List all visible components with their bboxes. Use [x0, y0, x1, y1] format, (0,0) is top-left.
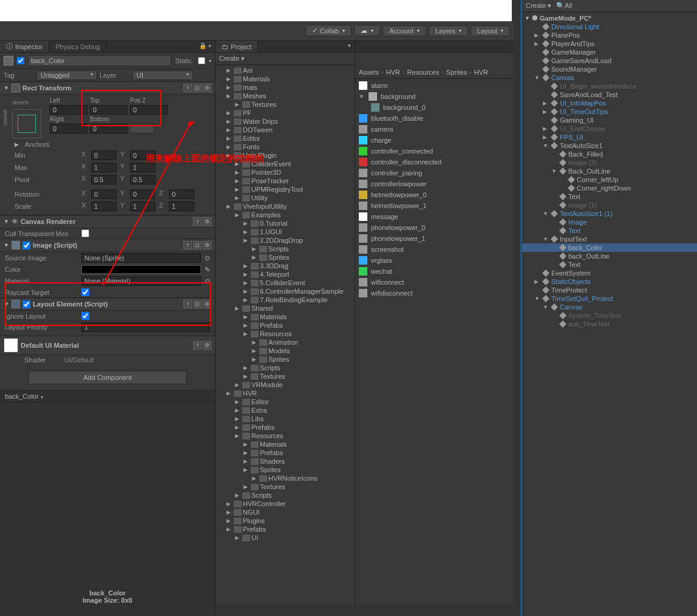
folder-item[interactable]: ▶Scripts [216, 245, 355, 253]
scale-x[interactable] [91, 201, 117, 211]
foldout-icon[interactable]: ▶ [243, 263, 250, 269]
foldout-icon[interactable]: ▼ [543, 211, 549, 217]
scene-root[interactable]: ▼ ⬢ GameMode_PC* [522, 13, 697, 22]
folder-item[interactable]: ▶NGUI [216, 508, 355, 516]
breadcrumb-item[interactable]: Assets [359, 69, 379, 76]
foldout-icon[interactable]: ▶ [243, 467, 250, 473]
folder-item[interactable]: ▶Prefabs [216, 423, 355, 432]
foldout-icon[interactable]: ▶ [226, 526, 233, 532]
foldout-icon[interactable]: ▶ [243, 331, 250, 337]
tag-dropdown[interactable]: Untagged [36, 70, 97, 80]
foldout-icon[interactable]: ▶ [243, 220, 250, 226]
breadcrumb-item[interactable]: HVR [386, 69, 400, 76]
folder-item[interactable]: ▶UI [216, 533, 355, 542]
hierarchy-item[interactable]: SoundManager [522, 65, 697, 73]
hierarchy-item[interactable]: Corner_leftUp [522, 175, 697, 184]
foldout-icon[interactable]: ▶ [243, 322, 250, 328]
foldout-icon[interactable]: ▶ [252, 356, 258, 362]
layer-dropdown[interactable]: UI [132, 70, 193, 80]
foldout-icon[interactable]: ▶ [226, 93, 233, 99]
folder-item[interactable]: ▶Prefabs [216, 448, 355, 457]
top-field[interactable] [90, 105, 127, 115]
asset-item[interactable]: controllerlowpower [355, 178, 514, 189]
layers-button[interactable]: Layers [429, 25, 468, 36]
preview-header[interactable]: back_Color ▾ [0, 390, 215, 402]
left-field[interactable] [50, 105, 87, 115]
foldout-icon[interactable]: ▼ [534, 75, 540, 81]
foldout-icon[interactable]: ▶ [243, 297, 250, 303]
rot-y[interactable] [130, 189, 155, 199]
foldout-icon[interactable]: ▶ [243, 280, 250, 286]
lock-icon[interactable]: 🔒 ▾ [195, 41, 215, 52]
static-checkbox[interactable] [198, 57, 205, 64]
folder-item[interactable]: ▶Plugins [216, 516, 355, 525]
folder-item[interactable]: ▶Meshes [216, 92, 355, 100]
min-x[interactable] [91, 151, 117, 160]
folder-item[interactable]: ▶Prefabs [216, 321, 355, 330]
foldout-icon[interactable]: ▶ [534, 32, 540, 38]
layout-enabled-checkbox[interactable] [22, 300, 30, 308]
breadcrumb-item[interactable]: HVR [474, 69, 488, 76]
foldout-icon[interactable]: ▶ [235, 382, 241, 388]
tab-physics-debug[interactable]: Physics Debug [49, 41, 106, 52]
hierarchy-search[interactable]: 🔍All [556, 2, 572, 10]
gear-icon[interactable]: ⚙ [203, 84, 211, 92]
folder-item[interactable]: ▶Sprites [216, 253, 355, 262]
folder-item[interactable]: ▶HVRNoticeIcons [216, 474, 355, 482]
hierarchy-item[interactable]: ▶FPS_UI [522, 133, 697, 141]
asset-item[interactable]: alarm [355, 80, 514, 91]
foldout-icon[interactable]: ▶ [235, 169, 241, 175]
folder-item[interactable]: ▶Water Drips [216, 117, 355, 126]
folder-item[interactable]: ▶UPMRegistryTool [216, 185, 355, 194]
foldout-icon[interactable]: ▶ [226, 67, 233, 73]
material-field[interactable]: None (Material) [81, 276, 201, 286]
foldout-icon[interactable]: ▶ [226, 110, 233, 116]
hierarchy-item[interactable]: ▼TextAutoSize1 (1) [522, 209, 697, 218]
foldout-icon[interactable]: ▶ [243, 441, 250, 447]
folder-item[interactable]: ▶4.Teleport [216, 270, 355, 279]
foldout-icon[interactable]: ▶ [243, 484, 250, 490]
rot-x[interactable] [91, 189, 117, 199]
posz-field[interactable] [130, 105, 168, 115]
picker-icon[interactable]: ⊙ [205, 254, 210, 262]
foldout-icon[interactable]: ▶ [235, 195, 241, 201]
foldout-icon[interactable]: ▶ [243, 271, 250, 277]
foldout-icon[interactable]: ▶ [226, 135, 233, 141]
folder-item[interactable]: ▶Scripts [216, 364, 355, 372]
foldout-icon[interactable]: ▶ [226, 509, 233, 515]
folder-item[interactable]: ▶7.RoleBindingExample [216, 296, 355, 304]
scale-y[interactable] [130, 201, 155, 211]
asset-item[interactable]: wifidisconnect [355, 288, 514, 299]
cloud-button[interactable]: ☁ [354, 25, 380, 36]
foldout-icon[interactable]: ▶ [243, 229, 250, 235]
foldout-icon[interactable]: ▶ [235, 407, 241, 413]
foldout-icon[interactable]: ▶ [226, 118, 233, 124]
asset-item[interactable]: wificonnect [355, 277, 514, 288]
hierarchy-item[interactable]: ▶PlayerAndTips [522, 39, 697, 48]
folder-item[interactable]: ▶Resources [216, 330, 355, 338]
hierarchy-item[interactable]: ▼Canvas [522, 73, 697, 82]
hierarchy-item[interactable]: Image (1) [522, 201, 697, 209]
foldout-icon[interactable]: ▶ [243, 237, 250, 243]
foldout-icon[interactable]: ▶ [243, 288, 250, 294]
add-component-button[interactable]: Add Component [29, 371, 186, 384]
folder-item[interactable]: ▶Textures [216, 100, 355, 109]
folder-item[interactable]: ▶Materials [216, 75, 355, 83]
foldout-icon[interactable]: ▶ [226, 518, 233, 524]
hierarchy-item[interactable]: SaveAndLoad_Test [522, 90, 697, 99]
hierarchy-item[interactable]: Corner_rightDown [522, 184, 697, 192]
foldout-icon[interactable]: ▶ [226, 76, 233, 82]
folder-item[interactable]: ▶Examples [216, 211, 355, 219]
create-dropdown[interactable]: Create ▾ [219, 55, 245, 62]
folder-item[interactable]: ▶Editor [216, 134, 355, 143]
bottom-field[interactable] [90, 124, 127, 134]
folder-item[interactable]: ▶Models [216, 347, 355, 355]
folder-item[interactable]: ▶6.ControllerManagerSample [216, 287, 355, 296]
foldout-icon[interactable]: ▶ [235, 535, 241, 541]
foldout-icon[interactable]: ▶ [226, 144, 233, 150]
pivot-y[interactable] [130, 175, 155, 184]
foldout-icon[interactable]: ▶ [226, 127, 233, 133]
foldout-icon[interactable]: ▼ [543, 143, 549, 149]
breadcrumb-item[interactable]: Resources [407, 69, 440, 76]
hierarchy-item[interactable]: System_TimeText [522, 311, 697, 320]
